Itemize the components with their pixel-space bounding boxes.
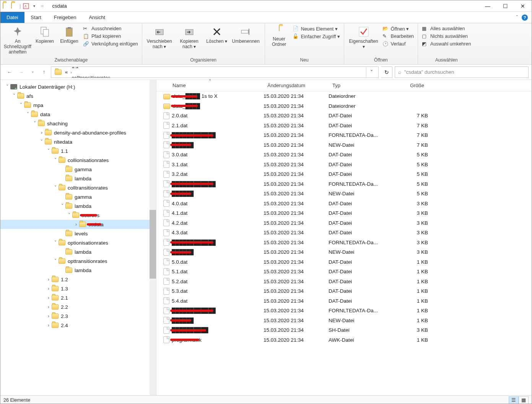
invert-selection-button[interactable]: ◩Auswahl umkehren <box>422 41 471 47</box>
tree-expander-icon[interactable]: › <box>73 222 79 227</box>
tree-item[interactable]: ˅Lokaler Datenträger (H:) <box>0 82 156 91</box>
column-date[interactable]: Änderungsdatum <box>264 83 329 88</box>
dropdown-icon[interactable]: ▾ <box>31 3 38 10</box>
file-row[interactable]: ██████████15.03.2020 21:34SH-Datei3 KB <box>156 325 532 335</box>
breadcrumb[interactable]: « data›shaching›nltedata›1.1›colltransit… <box>51 67 379 78</box>
column-headers[interactable]: Name Änderungsdatum Typ Größe <box>156 80 532 91</box>
tree-expander-icon[interactable]: ˅ <box>59 203 65 209</box>
tree-item[interactable]: ›2.1 <box>0 293 156 302</box>
file-row[interactable]: 5.1.dat15.03.2020 21:34DAT-Datei1 KB <box>156 267 532 277</box>
tree-item[interactable]: ˅lambda <box>0 201 156 211</box>
rename-button[interactable]: Umbenennen <box>231 25 261 44</box>
copy-button[interactable]: Kopieren <box>34 25 55 44</box>
select-none-button[interactable]: ▢Nichts auswählen <box>422 33 471 39</box>
new-item-button[interactable]: 📄Neues Element ▾ <box>293 26 340 32</box>
file-row[interactable]: 4.2.dat15.03.2020 21:34DAT-Datei3 KB <box>156 218 532 228</box>
file-row[interactable]: program.awk15.03.2020 21:34AWK-Datei1 KB <box>156 335 532 345</box>
file-row[interactable]: 3.1.dat15.03.2020 21:34DAT-Datei5 KB <box>156 160 532 170</box>
tree-expander-icon[interactable]: ˅ <box>52 240 59 245</box>
column-name[interactable]: Name <box>156 83 264 88</box>
tree-expander-icon[interactable]: › <box>46 295 52 300</box>
file-row[interactable]: ████████████15.03.2020 21:34FORNLTEDATA-… <box>156 238 532 248</box>
close-button[interactable]: ✕ <box>514 0 532 12</box>
tree-expander-icon[interactable]: ˅ <box>25 112 31 117</box>
up-button[interactable]: ↑ <box>39 68 49 77</box>
file-row[interactable]: 5.4.dat15.03.2020 21:34DAT-Datei1 KB <box>156 296 532 306</box>
history-button[interactable]: 🕑Verlauf <box>382 41 414 47</box>
folder-tree[interactable]: ˅Lokaler Datenträger (H:)˅afs˅mpa˅data˅s… <box>0 80 156 395</box>
tree-item[interactable]: ›density-and-abundance-profiles <box>0 128 156 137</box>
file-row[interactable]: ██████15.03.2020 21:34NEW-Datei7 KB <box>156 140 532 150</box>
tab-ansicht[interactable]: Ansicht <box>83 12 112 23</box>
tree-item[interactable]: ˅mpa <box>0 101 156 110</box>
icons-view-button[interactable]: ▦ <box>519 396 529 404</box>
tree-expander-icon[interactable]: ˅ <box>39 139 45 144</box>
recent-button[interactable]: ▾ <box>28 68 37 77</box>
tree-item[interactable]: ›2.2 <box>0 302 156 312</box>
tree-item[interactable]: gamma <box>0 165 156 174</box>
tab-freigeben[interactable]: Freigeben <box>48 12 83 23</box>
file-row[interactable]: ████████████15.03.2020 21:34FORNLTEDATA-… <box>156 306 532 316</box>
tab-start[interactable]: Start <box>24 12 47 23</box>
paste-shortcut-button[interactable]: 🔗Verknüpfung einfügen <box>83 41 138 47</box>
tree-item[interactable]: gamma <box>0 192 156 201</box>
scrollbar-thumb[interactable] <box>150 210 156 279</box>
breadcrumb-dropdown[interactable]: ˅ <box>366 67 377 78</box>
properties-button[interactable]: Eigenschaften ▾ <box>348 25 379 49</box>
file-row[interactable]: 4.0.dat15.03.2020 21:34DAT-Datei3 KB <box>156 199 532 209</box>
file-row[interactable]: ████████████15.03.2020 21:34FORNLTEDATA-… <box>156 130 532 140</box>
file-row[interactable]: ████████████15.03.2020 21:34FORNLTEDATA-… <box>156 179 532 189</box>
paste-button[interactable]: Einfügen <box>59 25 80 44</box>
tree-expander-icon[interactable]: ˅ <box>32 121 38 126</box>
tree-expander-icon[interactable]: › <box>46 286 52 291</box>
file-row[interactable]: ██████15.03.2020 21:34NEW-Datei5 KB <box>156 189 532 199</box>
tree-expander-icon[interactable]: ˅ <box>52 157 59 163</box>
breadcrumb-segment[interactable]: colltransitionrates <box>70 75 112 78</box>
details-view-button[interactable]: ☰ <box>509 396 519 404</box>
file-row[interactable]: 4.3.dat15.03.2020 21:34DAT-Datei3 KB <box>156 228 532 238</box>
tree-item[interactable]: lambda <box>0 247 156 256</box>
column-size[interactable]: Größe <box>397 83 428 88</box>
search-input[interactable]: ⌕ "csdata" durchsuchen <box>395 67 529 78</box>
tree-expander-icon[interactable]: › <box>46 304 52 310</box>
scrollbar-track[interactable] <box>150 80 156 395</box>
tree-item[interactable]: ˅sources <box>0 211 156 220</box>
tree-expander-icon[interactable]: › <box>46 277 52 282</box>
tree-expander-icon[interactable]: ˅ <box>18 102 24 108</box>
tree-item[interactable]: ˅optionisationrates <box>0 238 156 247</box>
breadcrumb-segment[interactable]: 1.1 <box>70 67 112 70</box>
copy-to-button[interactable]: Kopieren nach ▾ <box>176 25 203 49</box>
tree-expander-icon[interactable]: ˅ <box>66 213 72 218</box>
cut-button[interactable]: ✂Ausschneiden <box>83 26 138 32</box>
tree-item[interactable]: lambda <box>0 174 156 183</box>
tree-item[interactable]: ˅opttransitionrates <box>0 256 156 266</box>
minimize-button[interactable]: — <box>479 0 496 12</box>
easy-access-button[interactable]: 🔓Einfacher Zugriff ▾ <box>293 33 340 39</box>
select-all-button[interactable]: ▦Alles auswählen <box>422 26 471 32</box>
maximize-button[interactable]: ☐ <box>496 0 514 12</box>
collapse-ribbon-icon[interactable]: ˆ <box>516 15 518 20</box>
help-icon[interactable]: ? <box>522 15 528 21</box>
tree-item[interactable]: ›2.3 <box>0 312 156 321</box>
forward-button[interactable]: → <box>16 68 26 77</box>
tree-item[interactable]: ›1.3 <box>0 284 156 293</box>
tree-expander-icon[interactable]: › <box>46 313 52 319</box>
new-folder-button[interactable]: Neuer Ordner <box>269 25 290 47</box>
tree-expander-icon[interactable]: ˅ <box>46 148 52 154</box>
tree-item[interactable]: ˅data <box>0 110 156 119</box>
tree-item[interactable]: ›1.2 <box>0 275 156 284</box>
tree-expander-icon[interactable]: ˅ <box>4 84 10 89</box>
pin-button[interactable]: An Schnellzugriff anheften <box>4 25 31 55</box>
tree-item[interactable]: ˅collionisationrates <box>0 156 156 165</box>
properties-icon[interactable] <box>23 3 29 10</box>
tree-item[interactable]: ›csdata <box>0 220 156 229</box>
file-row[interactable]: data_████ 1s to X15.03.2020 21:34Dateior… <box>156 91 532 101</box>
copy-path-button[interactable]: 📋Pfad kopieren <box>83 33 138 39</box>
edit-button[interactable]: ✎Bearbeiten <box>382 33 414 39</box>
tree-item[interactable]: ˅nltedata <box>0 137 156 146</box>
tree-expander-icon[interactable]: › <box>46 323 52 328</box>
file-row[interactable]: 5.2.dat15.03.2020 21:34DAT-Datei1 KB <box>156 277 532 287</box>
tree-item[interactable]: ˅afs <box>0 91 156 101</box>
tree-item[interactable]: lambda <box>0 266 156 275</box>
tree-expander-icon[interactable]: ˅ <box>52 185 59 190</box>
